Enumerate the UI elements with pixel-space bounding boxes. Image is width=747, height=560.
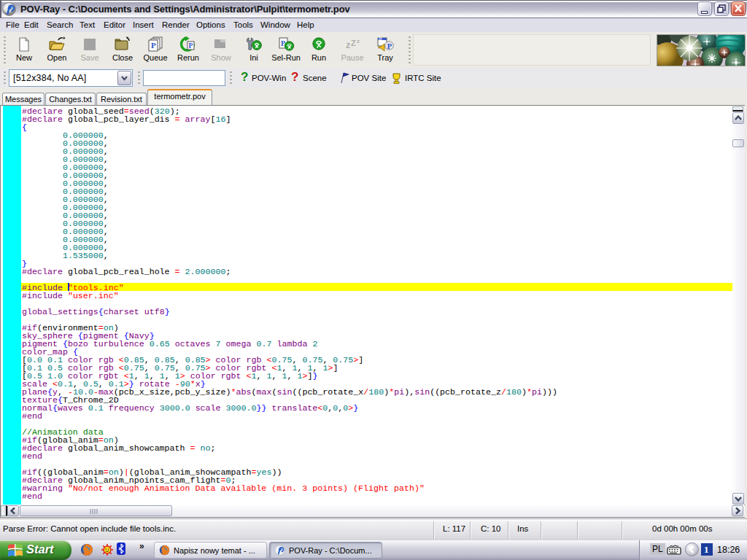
svg-text:P: P — [189, 42, 193, 50]
svg-text:P: P — [387, 42, 392, 50]
svg-text:z: z — [346, 39, 351, 50]
svg-text:P: P — [151, 41, 156, 50]
svg-text:38: 38 — [379, 37, 383, 41]
svg-text:Z: Z — [351, 39, 356, 47]
svg-text:z: z — [357, 38, 360, 44]
